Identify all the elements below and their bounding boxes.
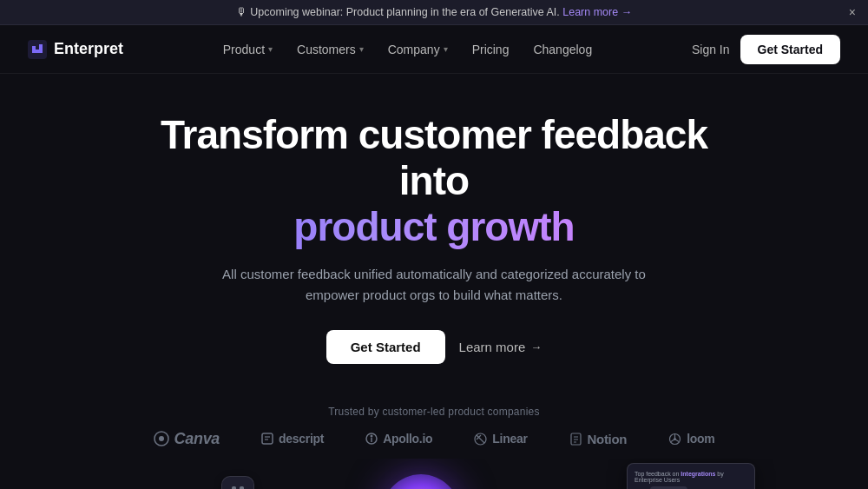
brand-logos-row: Canva descript Apollo.io <box>0 430 868 448</box>
chevron-down-icon: ▾ <box>359 44 364 54</box>
hero-section: Transform customer feedback into product… <box>0 74 868 381</box>
canva-icon <box>154 431 169 446</box>
notion-icon <box>569 433 582 446</box>
hero-title-gradient: product growth <box>130 204 738 250</box>
trusted-section: Trusted by customer-led product companie… <box>0 406 868 448</box>
notion-logo: Notion <box>569 432 628 446</box>
sign-in-button[interactable]: Sign In <box>692 43 730 56</box>
logo-icon <box>28 40 47 59</box>
dash-title: Top feedback on Integrations by Enterpri… <box>635 471 747 483</box>
nav-links: Product ▾ Customers ▾ Company ▾ Pricing … <box>213 37 602 62</box>
svg-point-18 <box>674 438 676 440</box>
trusted-label: Trusted by customer-led product companie… <box>0 406 868 418</box>
hero-get-started-button[interactable]: Get Started <box>326 330 445 364</box>
linear-logo: Linear <box>474 432 527 446</box>
hero-learn-more-button[interactable]: Learn more → <box>459 340 542 354</box>
loom-logo: loom <box>668 432 714 446</box>
chevron-down-icon: ▾ <box>268 44 273 54</box>
banner-text: 🎙 Upcoming webinar: Product planning in … <box>236 6 560 18</box>
nav-right: Sign In Get Started <box>692 35 840 64</box>
apollo-logo: Apollo.io <box>365 432 432 446</box>
app-icon-slack <box>221 476 254 489</box>
descript-logo: descript <box>261 432 324 446</box>
loom-icon <box>668 433 681 446</box>
apollo-icon <box>365 433 378 445</box>
nav-company[interactable]: Company ▾ <box>378 37 458 62</box>
logo-text: Enterpret <box>54 40 123 58</box>
arrow-right-icon: → <box>530 340 542 354</box>
svg-point-2 <box>159 436 164 441</box>
banner-close-button[interactable]: × <box>849 5 856 19</box>
logo[interactable]: Enterpret <box>28 40 123 59</box>
hero-ctas: Get Started Learn more → <box>17 330 851 364</box>
dashboard-mockup: Top feedback on Integrations by Enterpri… <box>627 463 755 489</box>
navbar: Enterpret Product ▾ Customers ▾ Company … <box>0 25 868 74</box>
descript-icon <box>261 433 273 445</box>
nav-product[interactable]: Product ▾ <box>213 37 283 62</box>
illustration-area: ❄ 3 Top feedback on Integrations by <box>0 459 868 489</box>
dash-highlight: Integrations <box>681 471 715 477</box>
svg-point-7 <box>371 435 373 438</box>
nav-pricing[interactable]: Pricing <box>462 37 520 62</box>
canva-logo: Canva <box>154 430 220 448</box>
hero-subtitle: All customer feedback unified automatica… <box>217 264 651 306</box>
announcement-banner: 🎙 Upcoming webinar: Product planning in … <box>0 0 868 25</box>
svg-rect-3 <box>262 433 273 444</box>
center-logo-circle <box>382 474 460 489</box>
nav-customers[interactable]: Customers ▾ <box>286 37 374 62</box>
slack-icon <box>229 484 247 489</box>
hero-title: Transform customer feedback into product… <box>130 112 738 250</box>
get-started-nav-button[interactable]: Get Started <box>740 35 840 64</box>
chevron-down-icon: ▾ <box>444 44 448 54</box>
nav-changelog[interactable]: Changelog <box>523 37 602 62</box>
banner-link[interactable]: Learn more → <box>562 6 632 18</box>
linear-icon <box>474 433 487 446</box>
